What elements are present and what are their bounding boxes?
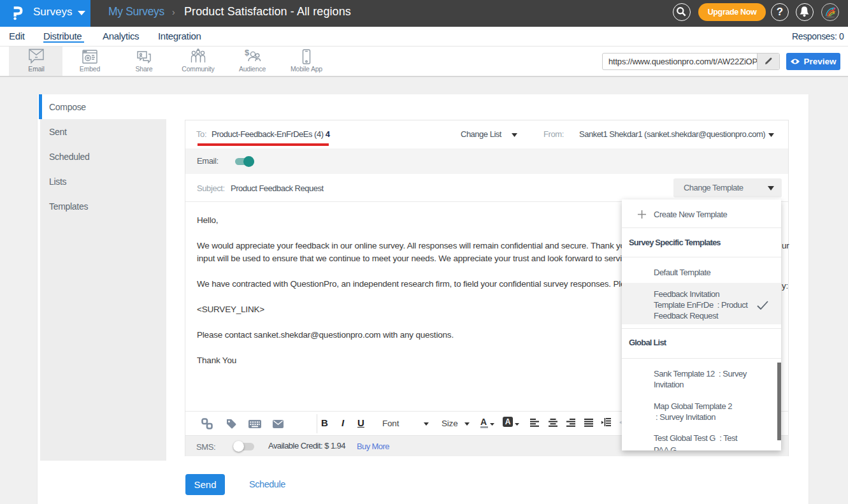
svg-text:$: $: [245, 48, 250, 57]
